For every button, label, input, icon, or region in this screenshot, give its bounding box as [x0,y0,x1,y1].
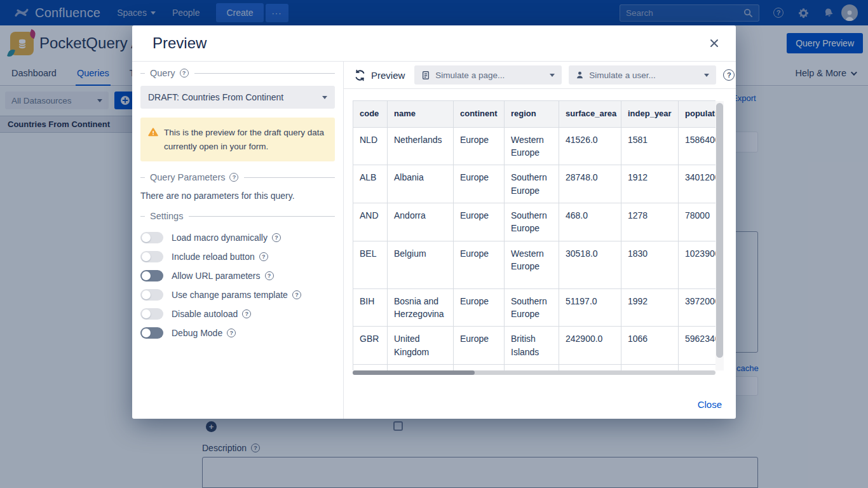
table-cell: Europe [454,241,505,288]
toggle-switch[interactable] [140,270,163,281]
parameters-section-legend: Query Parameters ? [140,172,335,182]
toggle-switch[interactable] [140,232,163,243]
result-table: codenamecontinentregionsurface_areaindep… [353,100,715,370]
table-row: ANDAndorraEuropeSouthern Europe468.01278… [353,203,716,241]
warning-icon [148,127,158,137]
table-cell: 1066 [621,327,679,365]
simulate-page-select[interactable]: Simulate a page... [414,65,562,85]
table-cell: 59623400 [679,327,716,365]
table-cell: 28748.0 [559,165,621,203]
close-button[interactable]: Close [698,399,722,410]
table-cell: NLD [353,127,388,165]
toggle-knob [142,271,151,280]
table-column-header: population [679,101,716,128]
toggle-switch[interactable] [140,327,163,339]
table-column-header: surface_area [559,101,621,128]
table-column-header: indep_year [621,101,679,128]
table-row: NLDNetherlandsEuropeWestern Europe41526.… [353,127,716,165]
simulate-page-placeholder: Simulate a page... [435,71,505,80]
table-cell: BEL [353,241,388,288]
help-icon[interactable]: ? [723,69,735,81]
toggle-switch[interactable] [140,308,163,320]
caret-down-icon [704,74,709,77]
settings-toggle-list: Load macro dynamically?Include reload bu… [140,228,335,342]
table-cell: ALB [353,165,388,203]
table-cell: United Kingdom [388,327,454,365]
table-cell: 1830 [621,241,679,288]
toggle-switch[interactable] [140,251,163,262]
table-cell: 3972000 [679,288,716,327]
table-cell: Europe [454,203,505,241]
draft-warning-box: This is the preview for the draft query … [140,118,335,161]
modal-header: Preview [132,25,736,62]
setting-toggle-row: Include reload button? [140,247,335,266]
table-column-header: name [388,101,454,128]
table-header-row: codenamecontinentregionsurface_areaindep… [353,101,716,128]
help-icon[interactable]: ? [272,233,281,242]
caret-down-icon [322,96,327,99]
table-cell: 51197.0 [559,288,621,327]
table-row: BGRBulgariaEuropeEastern Europe110994.01… [353,364,716,370]
table-cell: 110994.0 [559,364,621,370]
toggle-label: Include reload button [172,252,255,262]
toggle-label: Load macro dynamically [172,233,268,243]
query-section-legend: Query ? [140,68,335,78]
table-cell: Europe [454,127,505,165]
table-cell: 41526.0 [559,127,621,165]
horizontal-scrollbar[interactable] [353,370,715,375]
no-parameters-text: There are no parameters for this query. [140,191,335,201]
setting-toggle-row: Load macro dynamically? [140,228,335,247]
table-cell: British Islands [505,327,559,365]
table-cell: Netherlands [388,127,454,165]
table-cell: 78000 [679,203,716,241]
toggle-label: Debug Mode [172,328,222,338]
table-cell: 1581 [621,127,679,165]
toggle-label: Disable autoload [172,309,238,319]
toggle-switch[interactable] [140,289,163,301]
setting-toggle-row: Use change params template? [140,285,335,304]
table-cell: Europe [454,288,505,327]
table-cell: 15864000 [679,127,716,165]
table-cell: 242900.0 [559,327,621,365]
table-cell: AND [353,203,388,241]
refresh-preview-label: Preview [371,70,405,81]
table-cell: Bulgaria [388,364,454,370]
table-cell: BIH [353,288,388,327]
help-icon[interactable]: ? [265,271,274,280]
horizontal-scrollbar-thumb[interactable] [353,370,475,375]
help-icon[interactable]: ? [180,69,189,78]
table-row: BELBelgiumEuropeWestern Europe30518.0183… [353,241,716,288]
modal-body: Query ? DRAFT: Countries From Continent … [132,62,736,419]
vertical-scrollbar-thumb[interactable] [716,103,723,358]
setting-toggle-row: Debug Mode? [140,323,335,342]
help-icon[interactable]: ? [227,329,236,337]
parameters-legend-label: Query Parameters [150,172,225,182]
query-legend-label: Query [150,68,175,78]
table-cell: Southern Europe [505,165,559,203]
help-icon[interactable]: ? [229,173,238,182]
table-cell: Albania [388,165,454,203]
table-cell: GBR [353,327,388,365]
table-cell: Western Europe [505,241,559,288]
table-cell: Western Europe [505,127,559,165]
help-icon[interactable]: ? [259,252,268,261]
table-column-header: code [353,101,388,128]
simulate-user-select[interactable]: Simulate a user... [569,65,716,85]
simulate-user-placeholder: Simulate a user... [589,71,655,80]
vertical-scrollbar[interactable] [715,101,724,370]
table-cell: Europe [454,327,505,365]
table-cell: Bosnia and Herzegovina [388,288,454,327]
help-icon[interactable]: ? [292,290,301,299]
toggle-knob [142,329,151,337]
close-icon[interactable] [707,36,722,51]
table-cell: Belgium [388,241,454,288]
refresh-preview-button[interactable]: Preview [354,69,405,81]
query-select[interactable]: DRAFT: Countries From Continent [140,86,335,109]
table-row: GBRUnited KingdomEuropeBritish Islands24… [353,327,716,365]
table-row: BIHBosnia and HerzegovinaEuropeSouthern … [353,288,716,327]
modal-left-panel: Query ? DRAFT: Countries From Continent … [132,62,344,419]
table-cell: 10239000 [679,241,716,288]
help-icon[interactable]: ? [242,309,251,318]
preview-modal: Preview Query ? DRAFT: Countries From Co… [132,25,736,419]
settings-section-legend: Settings [140,211,335,221]
